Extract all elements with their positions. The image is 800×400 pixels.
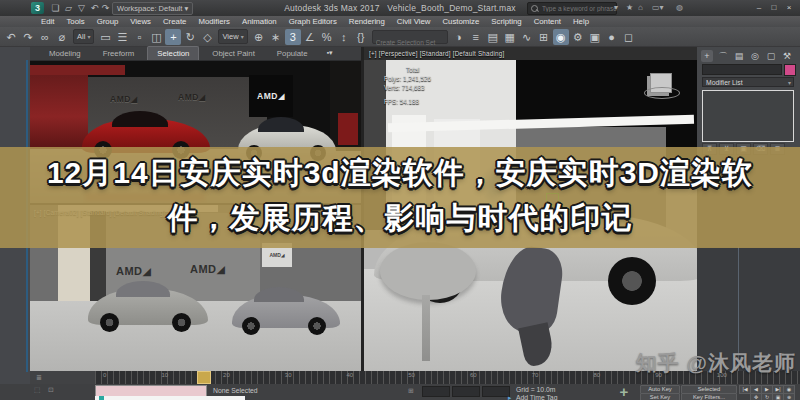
object-color-swatch[interactable] xyxy=(784,64,796,76)
layer-explorer-icon[interactable]: ▤ xyxy=(485,29,501,45)
select-and-move-icon[interactable]: + xyxy=(165,29,181,45)
spinner-snap-icon[interactable]: ↕ xyxy=(336,29,352,45)
selection-filter-dropdown[interactable]: All ▾ xyxy=(73,29,94,44)
maxscript-listener-line[interactable] xyxy=(95,396,245,400)
transform-lock-icon[interactable]: ⊞ xyxy=(408,387,414,395)
zoom-icon[interactable]: ⊕ xyxy=(783,393,795,400)
ribbon-tab[interactable]: Modeling xyxy=(40,47,90,60)
list-item: 70 xyxy=(532,372,539,378)
title-bar: 3 ❏ ▱ ▽ ↶ ↷ Workspace: Default ▾ Autodes… xyxy=(0,0,800,16)
redo-icon[interactable]: ↷ xyxy=(20,29,36,45)
material-editor-icon[interactable]: ◉ xyxy=(553,29,569,45)
angle-snap-icon[interactable]: ∠ xyxy=(302,29,318,45)
curve-editor-icon[interactable]: ∿ xyxy=(519,29,535,45)
menu-item[interactable]: Civil View xyxy=(392,16,436,27)
undo-icon[interactable]: ↶ xyxy=(3,29,19,45)
article-title: 12月14日安庆实时3d渲染软件，安庆实时3D渲染软 件，发展历程、影响与时代的… xyxy=(0,150,800,240)
amd-wall-logo: AMD◢ xyxy=(178,92,206,102)
pan-view-icon[interactable]: + xyxy=(612,384,636,400)
menu-item[interactable]: Rendering xyxy=(344,16,390,27)
timeline-grip[interactable]: ≣ xyxy=(30,371,95,384)
hierarchy-tab-icon[interactable]: ▤ xyxy=(733,50,745,62)
align-icon[interactable]: ≡ xyxy=(468,29,484,45)
select-by-name-icon[interactable]: ☰ xyxy=(114,29,130,45)
select-and-link-icon[interactable]: ∞ xyxy=(37,29,53,45)
ribbon-tab[interactable]: Populate xyxy=(268,47,317,60)
use-pivot-center-icon[interactable]: ⊕ xyxy=(251,29,267,45)
add-time-tag[interactable]: Add Time Tag xyxy=(516,394,557,400)
menu-item[interactable]: Graph Editors xyxy=(284,16,342,27)
named-selection-sets-field[interactable] xyxy=(372,30,448,44)
menu-item[interactable]: Tools xyxy=(61,16,89,27)
render-setup-icon[interactable]: ⚙ xyxy=(570,29,586,45)
menu-item[interactable]: Customize xyxy=(437,16,484,27)
percent-snap-icon[interactable]: % xyxy=(319,29,335,45)
modify-tab-icon[interactable]: ⌒ xyxy=(717,50,729,62)
workspace-dropdown[interactable]: Workspace: Default ▾ xyxy=(112,2,193,15)
select-object-icon[interactable]: ▭ xyxy=(97,29,113,45)
time-slider[interactable] xyxy=(197,371,211,384)
coordinate-field-z[interactable] xyxy=(482,386,510,397)
ribbon-tab[interactable]: Object Paint xyxy=(203,47,263,60)
coordinate-field-y[interactable] xyxy=(452,386,480,397)
coordinate-system-dropdown[interactable]: View ▾ xyxy=(218,29,247,44)
undo-quick-icon[interactable]: ↶ xyxy=(89,3,100,14)
maximize-button[interactable]: □ xyxy=(767,2,781,13)
absolute-mode-icon[interactable]: ⊡ xyxy=(48,386,54,394)
ribbon-collapse-icon[interactable]: ▪▾ xyxy=(327,49,333,60)
new-file-icon[interactable]: ❏ xyxy=(50,3,61,14)
redo-quick-icon[interactable]: ↷ xyxy=(100,3,111,14)
menu-item[interactable]: Content xyxy=(529,16,566,27)
window-crossing-icon[interactable]: ◫ xyxy=(148,29,164,45)
open-in-viewport-icon[interactable]: ◻ xyxy=(621,29,637,45)
viewcube[interactable] xyxy=(646,67,676,97)
key-filters-button[interactable]: Key Filters... xyxy=(681,393,737,400)
display-tab-icon[interactable]: ▢ xyxy=(765,50,777,62)
search-input[interactable] xyxy=(540,4,632,13)
menu-item[interactable]: Create xyxy=(158,16,191,27)
viewcube-ring[interactable] xyxy=(644,87,680,99)
menu-item[interactable]: Views xyxy=(125,16,156,27)
utilities-tab-icon[interactable]: ⚒ xyxy=(781,50,793,62)
coordinate-field-x[interactable] xyxy=(422,386,450,397)
menu-item[interactable]: Scripting xyxy=(486,16,526,27)
select-and-scale-icon[interactable]: ◇ xyxy=(199,29,215,45)
sign-in-dropdown[interactable]: ▭▾ xyxy=(652,3,664,13)
named-selection-sets-icon[interactable]: {} xyxy=(353,29,369,45)
save-file-icon[interactable]: ▽ xyxy=(76,3,87,14)
ribbon-tab[interactable]: Freeform xyxy=(94,47,144,60)
select-and-rotate-icon[interactable]: ↻ xyxy=(182,29,198,45)
home-icon[interactable]: ⌂ xyxy=(638,3,643,13)
schematic-view-icon[interactable]: ⊞ xyxy=(536,29,552,45)
ribbon-toggle-icon[interactable]: ▦ xyxy=(502,29,518,45)
viewport-label[interactable]: [+] [Perspective] [Standard] [Default Sh… xyxy=(369,50,504,57)
unlink-selection-icon[interactable]: ⌀ xyxy=(54,29,70,45)
set-key-button[interactable]: Set Key xyxy=(640,393,680,400)
create-tab-icon[interactable]: + xyxy=(701,50,713,62)
menu-item[interactable]: Group xyxy=(92,16,124,27)
snaps-toggle-icon[interactable]: 3 xyxy=(285,29,301,45)
app-logo-icon[interactable]: 3 xyxy=(31,2,44,14)
motion-tab-icon[interactable]: ◎ xyxy=(749,50,761,62)
favorites-icon[interactable]: ★ xyxy=(626,3,633,13)
help-icon[interactable]: ◍ xyxy=(676,3,683,13)
open-file-icon[interactable]: ▱ xyxy=(63,3,74,14)
minimize-button[interactable]: – xyxy=(752,2,766,13)
modifier-stack[interactable] xyxy=(702,90,794,142)
select-and-manipulate-icon[interactable]: ∗ xyxy=(268,29,284,45)
ribbon-tab[interactable]: Selection xyxy=(147,46,199,60)
menu-item[interactable]: Edit xyxy=(36,16,59,27)
modifier-list-dropdown[interactable]: Modifier List ▾ xyxy=(702,77,794,87)
menu-item[interactable]: Animation xyxy=(237,16,282,27)
rendered-frame-icon[interactable]: ▣ xyxy=(587,29,603,45)
mirror-icon[interactable]: ◑ xyxy=(451,29,467,45)
object-name-field[interactable] xyxy=(702,64,782,75)
search-options-icon[interactable]: ▾ xyxy=(614,3,618,13)
rectangular-selection-icon[interactable]: ▫ xyxy=(131,29,147,45)
render-icon[interactable]: ● xyxy=(604,29,620,45)
menu-item[interactable]: Help xyxy=(568,16,594,27)
help-search-box[interactable] xyxy=(527,2,617,15)
selection-lock-icon[interactable]: ⬚ xyxy=(34,386,40,394)
close-button[interactable]: × xyxy=(782,2,796,13)
menu-item[interactable]: Modifiers xyxy=(193,16,235,27)
